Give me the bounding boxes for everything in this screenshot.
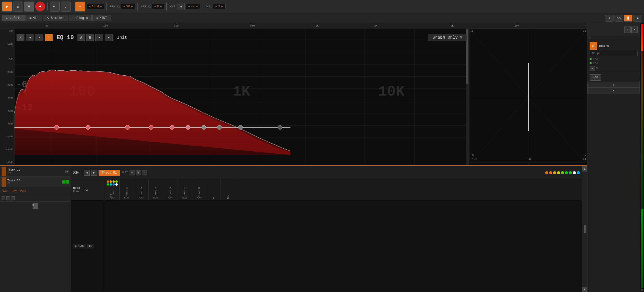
track01-color[interactable] (2, 167, 6, 176)
seq-add[interactable]: + (130, 170, 135, 175)
db-36: -36dB (1, 97, 13, 99)
vu-btn[interactable] (641, 289, 643, 291)
sep3 (106, 3, 107, 11)
eq-prev-btn[interactable]: ◀ (26, 34, 34, 41)
lpb-right[interactable]: ▶ (160, 4, 162, 8)
seq-scrollbar[interactable]: ▲ ▼ (582, 166, 587, 292)
mini-btn3[interactable] (11, 196, 15, 200)
song-btn[interactable]: Son (590, 74, 601, 81)
instrument-icon[interactable]: ⊡ (590, 42, 597, 50)
track02-color[interactable] (2, 177, 6, 187)
tab-edit[interactable]: ✏ ✏ Edit (2, 15, 25, 21)
lpb-label: LPB (140, 5, 147, 8)
seq-scroll-up[interactable]: ▲ (582, 166, 587, 171)
seq-content: Note PLAY FX C-4.00 00 (71, 179, 582, 292)
seq-action-icons: + ⎘ ✏ (130, 170, 147, 175)
stop-button[interactable]: ■ (24, 2, 34, 12)
seq-main-play[interactable]: PLAY (122, 171, 128, 174)
seq-prev[interactable]: ◀ (84, 170, 90, 176)
track01-play[interactable]: PLAY (2, 190, 7, 192)
lpb-left[interactable]: ◀ (154, 4, 156, 8)
oct-display: ◀ 3 ▶ (213, 4, 226, 9)
play-button[interactable]: ▶ (2, 2, 12, 12)
seq-next[interactable]: ▶ (91, 170, 97, 176)
piano-btn[interactable]: ♩ (61, 2, 71, 12)
ch-track05: Track 05 PLAY (149, 179, 163, 200)
rp-arrows: ▲ ▼ (587, 82, 640, 93)
seq-main: 80 ◀ ▶ Track 01 PLAY + ⎘ ✏ (71, 166, 582, 292)
nav-row: ◀ N (590, 66, 638, 71)
lpb-indicator (148, 5, 151, 8)
bpm-left[interactable]: ◀ (123, 4, 125, 8)
eq-graph[interactable]: 100 1K 10K ✕ ◀ ▶ ✓ EQ 10 A B ◀ ▶ Init (14, 29, 469, 165)
note-header: Note (73, 186, 80, 190)
oct-left[interactable]: ◀ (215, 4, 217, 8)
left-panel: 50 100 200 500 1K 2K 5K 10K ≡ -6dB -12dB… (0, 23, 587, 292)
seq-main-track[interactable]: Track 01 (99, 170, 120, 176)
eq-preset-prev[interactable]: ◀ (95, 34, 103, 41)
freq-50: 50 (45, 24, 49, 27)
mix-icon: ⊞ (29, 16, 31, 20)
rp-expand-btn[interactable]: ▲ (631, 27, 638, 33)
waveform-btn[interactable]: ⌇ (605, 15, 614, 22)
no-plugin-btn[interactable]: No pl (590, 51, 638, 56)
eq-preset-next[interactable]: ▶ (105, 34, 113, 41)
top-toolbar: ▶ ↺ ■ ● ◼◻ ♩ ↩ ◀ 1/64 ▶ BPM ◀ 90 ▶ LPB ◀… (0, 0, 644, 13)
nav-left-btn[interactable]: ◀ (590, 66, 595, 71)
track01-settings[interactable]: ⊞ (65, 170, 69, 173)
track02-play[interactable]: PLAY (11, 190, 17, 192)
pad-icon[interactable]: ⊞ (33, 203, 38, 209)
rewind-btn[interactable]: ↩ (75, 2, 85, 12)
dot-orange2 (549, 171, 552, 174)
mini-btn2[interactable] (6, 196, 10, 200)
eq-active-btn[interactable]: ✓ (45, 34, 53, 41)
track02-name: Track 02 (7, 179, 61, 182)
eq-b-btn[interactable]: B (86, 34, 94, 41)
step-right-arrow[interactable]: ▶ (100, 4, 102, 8)
seq-copy[interactable]: ⎘ (136, 170, 141, 175)
track01-label: Track 01 Trac (7, 169, 64, 174)
loop-button[interactable]: ↺ (13, 2, 23, 12)
vel-left[interactable]: ◀ (188, 4, 190, 8)
note-sep (82, 185, 82, 195)
mini-btn1[interactable] (2, 196, 5, 200)
na2-text: N/A (593, 61, 598, 65)
bottom-value[interactable]: 00 (87, 244, 94, 248)
bpm-value: 90 (126, 5, 130, 8)
vel-right[interactable]: ▶ (196, 4, 198, 8)
rp-down-arrow[interactable]: ▼ (587, 88, 640, 93)
step-left-arrow[interactable]: ◀ (89, 4, 90, 8)
bpm-right[interactable]: ▶ (131, 4, 133, 8)
ch-s01: S01 (221, 179, 235, 200)
channel-headers-row: Track 02 PLAY Track 03 PLAY Track 04 PLA… (105, 179, 582, 200)
note-content: C-4.00 00 (71, 200, 105, 292)
eq-a-btn[interactable]: A (78, 34, 85, 41)
spectrum-wave-btn[interactable]: ∿∿ (615, 15, 623, 22)
rp-settings-btn[interactable]: ⚙ (624, 27, 631, 33)
tab-sampler[interactable]: ∿ Sampler (43, 15, 68, 21)
track01-name: Track 01 (7, 169, 64, 171)
eq-scrollbar[interactable] (466, 29, 469, 165)
tab-plugin[interactable]: ⬡ Plugin (69, 15, 92, 21)
tab-mix[interactable]: ⊞ Mix (25, 15, 42, 21)
record-button[interactable]: ● (35, 2, 45, 12)
eq-bypass-btn[interactable]: ✕ (17, 34, 24, 41)
ch-track03: Track 03 PLAY (120, 179, 134, 200)
freq-ruler-menu[interactable]: ≡ (585, 25, 586, 27)
eq-mode-selector[interactable]: Graph Only ▼ (428, 34, 467, 41)
pattern-btn[interactable]: ◼◻ (50, 2, 60, 12)
rp-up-arrow[interactable]: ▲ (587, 82, 640, 88)
seq-scroll-down[interactable]: ▼ (582, 287, 587, 292)
bars-btn[interactable]: ▐▌ (624, 15, 632, 22)
tab-midi[interactable]: ◈ MIDI (92, 15, 111, 21)
seq-edit[interactable]: ✏ (142, 170, 147, 175)
oct-right[interactable]: ▶ (221, 4, 223, 8)
track03-play[interactable]: PLAY (20, 190, 26, 192)
dot5 (107, 183, 109, 186)
midi-icon: ◈ (96, 16, 98, 20)
vel-value: -- (191, 5, 195, 8)
eq-next-btn[interactable]: ▶ (35, 34, 43, 41)
note-value[interactable]: C-4.00 (73, 244, 86, 248)
expand-btn[interactable]: ▲ (633, 15, 642, 22)
lpb-value: 8 (157, 5, 159, 8)
